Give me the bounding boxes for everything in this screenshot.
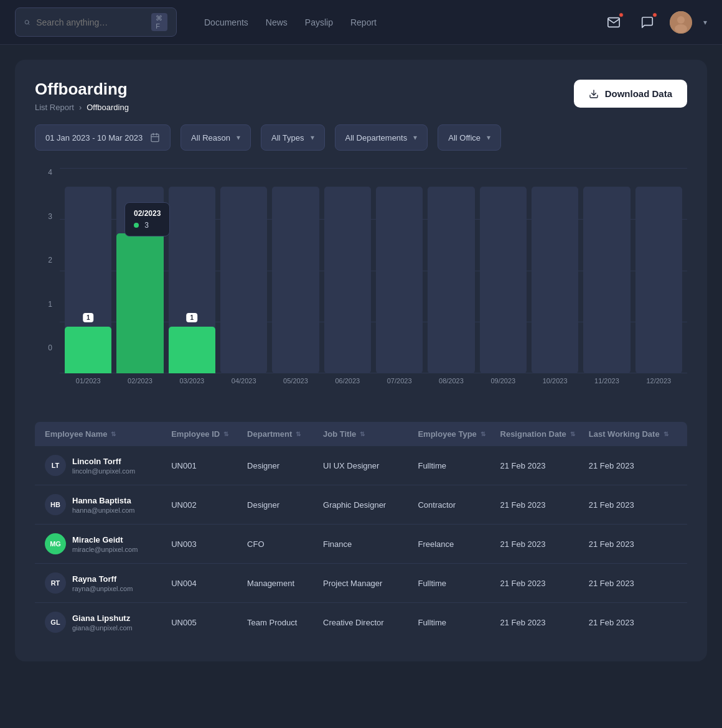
breadcrumb: List Report › Offboarding [35,103,129,112]
table-column-header[interactable]: Resignation Date⇅ [500,429,589,439]
bar-col[interactable] [324,168,371,373]
col-label: Employee ID [171,429,220,439]
avatar[interactable] [670,11,692,34]
employee-name: Giana Lipshutz [72,614,133,623]
employee-cell: LTLincoln Torfflincoln@unpixel.com [45,455,171,476]
employee-email: giana@unpixel.com [72,624,133,632]
employee-avatar: RT [45,572,66,594]
bar-col[interactable] [583,168,630,373]
sort-icon: ⇅ [111,431,116,437]
y-label: 3 [35,212,52,221]
search-icon [24,17,30,27]
table-cell: Fulltime [418,618,500,627]
bar-col[interactable] [220,168,267,373]
table-column-header[interactable]: Employee ID⇅ [171,429,247,439]
table-column-header[interactable]: Department⇅ [247,429,323,439]
search-input[interactable] [36,17,145,27]
reason-filter[interactable]: All Reason ▾ [180,124,251,151]
bar-background [272,187,319,373]
chart-tooltip: 02/2023 3 [124,202,170,236]
nav-documents[interactable]: Documents [204,17,248,27]
table-cell: UN001 [171,461,247,470]
x-label: 09/2023 [480,377,527,392]
bar-col[interactable]: 1 [169,168,215,373]
table-row[interactable]: LTLincoln Torfflincoln@unpixel.comUN001D… [35,446,687,485]
office-filter[interactable]: All Office ▾ [438,124,501,151]
date-filter[interactable]: 01 Jan 2023 - 10 Mar 2023 [35,124,171,151]
breadcrumb-root[interactable]: List Report [35,103,74,112]
tooltip-dot [134,223,139,228]
x-label: 04/2023 [220,377,267,392]
departments-filter[interactable]: All Departements ▾ [335,124,428,151]
table-row[interactable]: MGMiracle Geidtmiracle@unpixel.comUN003C… [35,525,687,564]
bar-col[interactable]: 1 [65,168,111,373]
bar-col[interactable] [480,168,527,373]
mail-button[interactable] [602,11,625,34]
chart-area: 01234 131 02/2023 3 01/202302/202303/202… [35,168,687,404]
chat-button[interactable] [636,11,659,34]
nav-links: Documents News Payslip Report [204,17,583,27]
x-label: 02/2023 [116,377,163,392]
breadcrumb-current: Offboarding [87,103,129,112]
table-row[interactable]: GLGiana Lipshutzgiana@unpixel.comUN005Te… [35,603,687,642]
types-filter[interactable]: All Types ▾ [261,124,325,151]
svg-rect-6 [151,134,159,142]
bars-row: 131 [60,168,687,373]
sort-icon: ⇅ [296,431,301,437]
employee-name-block: Hanna Baptistahanna@unpixel.com [72,496,134,514]
sort-icon: ⇅ [481,431,485,437]
employee-name-block: Giana Lipshutzgiana@unpixel.com [72,614,133,632]
nav-payslip[interactable]: Payslip [305,17,333,27]
col-label: Employee Type [418,429,476,439]
date-range-text: 01 Jan 2023 - 10 Mar 2023 [45,133,143,142]
reason-filter-label: All Reason [191,133,230,142]
table-cell: 21 Feb 2023 [500,579,589,588]
table-cell: Freelance [418,539,500,549]
table-cell: Fulltime [418,461,500,470]
bar-col[interactable] [428,168,474,373]
bar-badge: 1 [187,313,198,322]
bar-background [532,187,578,373]
table-column-header[interactable]: Employee Name⇅ [45,429,171,439]
bar-col[interactable] [376,168,423,373]
table-row[interactable]: HBHanna Baptistahanna@unpixel.comUN002De… [35,485,687,525]
bar-col[interactable]: 3 [116,168,163,373]
table-column-header[interactable]: Last Working Date⇅ [589,429,677,439]
chat-icon [640,16,654,29]
table-cell: Contractor [418,500,500,510]
table-body: LTLincoln Torfflincoln@unpixel.comUN001D… [35,446,687,642]
avatar-chevron-icon[interactable]: ▾ [703,18,707,27]
calendar-icon [150,133,160,142]
main-content: Offboarding List Report › Offboarding Do… [0,45,722,681]
page-title: Offboarding [35,80,129,99]
chart-container: 01234 131 02/2023 3 01/202302/202303/202… [35,168,687,392]
bar-col[interactable] [635,168,682,373]
nav-report[interactable]: Report [350,17,377,27]
x-label: 11/2023 [583,377,630,392]
filters-row: 01 Jan 2023 - 10 Mar 2023 All Reason ▾ A… [35,124,687,151]
bar-col[interactable] [532,168,578,373]
table-header: Employee Name⇅Employee ID⇅Department⇅Job… [35,422,687,446]
table-row[interactable]: RTRayna Torffrayna@unpixel.comUN004Manag… [35,564,687,603]
office-filter-label: All Office [448,133,481,142]
search-box[interactable]: ⌘ F [15,7,177,37]
table-cell: Finance [323,539,418,549]
y-label: 0 [35,343,52,352]
download-button[interactable]: Download Data [574,80,687,108]
svg-point-3 [677,16,685,24]
table-column-header[interactable]: Job Title⇅ [323,429,418,439]
bar-background [480,187,527,373]
x-label: 08/2023 [428,377,474,392]
table-cell: 21 Feb 2023 [589,618,677,627]
nav-news[interactable]: News [266,17,288,27]
table-column-header[interactable]: Employee Type⇅ [418,429,500,439]
table-cell: UI UX Designer [323,461,418,470]
x-label: 03/2023 [169,377,215,392]
employee-cell: MGMiracle Geidtmiracle@unpixel.com [45,533,171,554]
bar-col[interactable] [272,168,319,373]
types-filter-label: All Types [271,133,304,142]
table-cell: 21 Feb 2023 [589,539,677,549]
departments-chevron-icon: ▾ [413,133,417,142]
employee-avatar: MG [45,533,66,554]
card: Offboarding List Report › Offboarding Do… [15,60,707,661]
